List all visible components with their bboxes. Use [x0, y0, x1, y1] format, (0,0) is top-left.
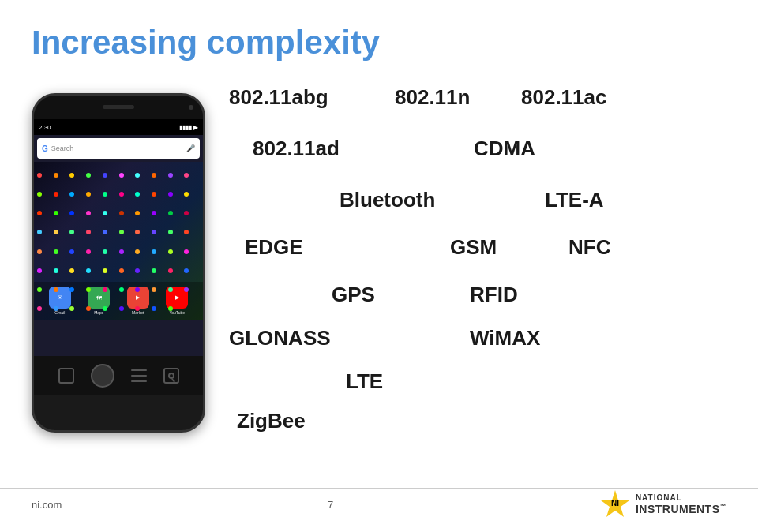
label-edge: EDGE [245, 235, 303, 260]
label-nfc: NFC [568, 235, 610, 260]
phone-search-btn [163, 368, 179, 384]
phone-status-bar: 2:30 ▮▮▮▮ ▶ [34, 119, 203, 135]
label-802-11ac: 802.11ac [521, 85, 606, 110]
ni-instruments-label: INSTRUMENTS™ [636, 503, 726, 516]
phone-wallpaper: ✉ Gmail 🗺 Maps ▶ Market ▶ [34, 162, 203, 320]
label-rfid: RFID [470, 283, 518, 307]
page-title: Increasing complexity [32, 24, 726, 62]
phone-screen: 2:30 ▮▮▮▮ ▶ G Search 🎤 [34, 119, 203, 356]
labels-area: 802.11abg 802.11n 802.11ac 802.11ad CDMA… [229, 85, 726, 464]
ni-star-icon: NI [599, 489, 631, 520]
svg-text:NI: NI [611, 499, 619, 508]
footer-page-number: 7 [328, 499, 333, 511]
phone-google-bar: G Search 🎤 [37, 138, 200, 159]
page-container: Increasing complexity 2:30 ▮▮▮▮ ▶ G Sear… [0, 0, 758, 532]
label-gsm: GSM [450, 235, 497, 260]
phone-camera [189, 105, 193, 110]
label-glonass: GLONASS [229, 326, 331, 350]
ni-label-group: NATIONAL INSTRUMENTS™ [636, 493, 726, 516]
ni-logo: NI NATIONAL INSTRUMENTS™ [599, 489, 726, 520]
label-802-11abg: 802.11abg [229, 85, 328, 110]
footer: ni.com 7 NI NATIONAL INSTRUMENTS™ [0, 488, 758, 520]
phone-menu-btn [131, 368, 147, 384]
label-gps: GPS [332, 283, 375, 307]
label-zigbee: ZigBee [237, 409, 306, 433]
dots-grid [34, 170, 203, 328]
label-bluetooth: Bluetooth [340, 188, 435, 212]
phone-speaker [103, 105, 134, 109]
label-802-11n: 802.11n [395, 85, 470, 110]
label-cdma: CDMA [474, 137, 535, 161]
label-lte: LTE [346, 369, 383, 394]
footer-website: ni.com [32, 499, 62, 511]
phone-back-btn [58, 368, 74, 384]
phone-bottom-bar [34, 356, 203, 395]
phone-image: 2:30 ▮▮▮▮ ▶ G Search 🎤 [32, 93, 205, 433]
ni-national-label: NATIONAL [636, 493, 726, 503]
phone-top [34, 96, 203, 119]
label-lte-a: LTE-A [545, 188, 604, 212]
label-802-11ad: 802.11ad [253, 137, 340, 161]
content-area: 2:30 ▮▮▮▮ ▶ G Search 🎤 [32, 85, 726, 464]
phone-home-btn [91, 364, 114, 388]
label-wimax: WiMAX [470, 326, 540, 350]
google-icon: G [42, 144, 48, 153]
